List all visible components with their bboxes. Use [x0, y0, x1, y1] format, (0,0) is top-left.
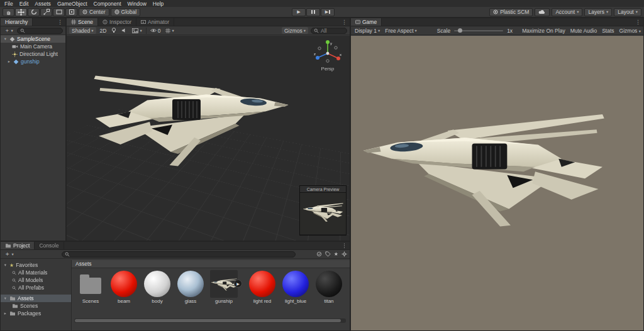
project-search-input[interactable] [62, 251, 296, 258]
tab-hierarchy[interactable]: Hierarchy [1, 18, 33, 26]
hierarchy-item-main-camera[interactable]: Main Camera [1, 43, 65, 50]
scene-lighting-toggle[interactable] [110, 27, 118, 34]
material-sphere-red-icon [249, 271, 275, 297]
hand-icon [6, 9, 11, 15]
tab-project[interactable]: Project [1, 242, 35, 249]
search-by-type-icon[interactable] [316, 251, 322, 257]
game-gizmos-dropdown[interactable]: Gizmos ▾ [619, 28, 641, 34]
pivot-toggle-button[interactable]: Center [79, 8, 109, 16]
game-gizmos-label: Gizmos [619, 28, 638, 34]
foldout-closed-icon[interactable]: ▸ [7, 59, 11, 64]
scene-effects-dropdown[interactable]: ▾ [131, 27, 143, 34]
hierarchy-item-gunship[interactable]: ▸ gunship [1, 58, 65, 65]
foldout-closed-icon[interactable]: ▸ [3, 311, 8, 316]
tab-inspector[interactable]: Inspector [98, 18, 136, 26]
asset-light-blue[interactable]: light_blue [280, 270, 311, 304]
hierarchy-item-scene[interactable]: ▾ SampleScene [1, 35, 65, 43]
menu-item-window[interactable]: Window [125, 1, 150, 7]
2d-toggle-button[interactable]: 2D [99, 27, 108, 34]
asset-scenes[interactable]: Scenes [75, 270, 106, 304]
project-panel-menu-icon[interactable]: ⋮ [339, 242, 350, 249]
scene-tab-icon [71, 19, 76, 24]
scale-tool-button[interactable] [40, 8, 52, 16]
tab-console[interactable]: Console [35, 242, 64, 249]
gear-icon[interactable] [341, 251, 347, 257]
scale-slider[interactable] [454, 30, 503, 31]
horizontal-scrollbar[interactable] [74, 318, 346, 323]
asset-beam[interactable]: beam [109, 270, 139, 304]
expand-subassets-button[interactable]: ▶ [234, 279, 242, 288]
scale-slider-knob[interactable] [458, 28, 462, 33]
step-button[interactable]: ▶ [321, 8, 335, 16]
grid-visibility-dropdown[interactable]: ▾ [164, 27, 175, 34]
plastic-scm-button[interactable]: Plastic SCM [489, 8, 533, 16]
hierarchy-search-input[interactable] [17, 28, 63, 34]
gizmos-dropdown[interactable]: Gizmos ▾ [282, 27, 308, 34]
chevron-down-icon: ▾ [378, 28, 380, 33]
move-tool-button[interactable] [15, 8, 27, 16]
scene-viewport[interactable]: y x z Persp Camera Preview [67, 36, 350, 241]
tree-item-assets[interactable]: ▾ Assets [1, 295, 71, 302]
draw-mode-dropdown[interactable]: Shaded ▾ [69, 27, 96, 34]
projection-mode-label[interactable]: Persp [312, 66, 343, 72]
menu-item-gameobject[interactable]: GameObject [54, 1, 91, 7]
asset-light-red[interactable]: light red [247, 270, 277, 304]
asset-titan[interactable]: titan [314, 270, 344, 304]
asset-body[interactable]: body [142, 270, 172, 304]
menu-item-help[interactable]: Help [150, 1, 167, 7]
display-dropdown[interactable]: Display 1 ▾ [353, 27, 381, 34]
stats-button[interactable]: Stats [602, 28, 614, 34]
menu-item-file[interactable]: File [1, 1, 16, 7]
favorites-all-models[interactable]: All Models [1, 276, 71, 284]
inspector-tab-icon [103, 19, 108, 24]
tab-game[interactable]: Game [351, 18, 382, 26]
breadcrumb[interactable]: Assets [72, 260, 350, 268]
favorites-all-materials[interactable]: All Materials [1, 269, 71, 276]
menu-item-assets[interactable]: Assets [31, 1, 54, 7]
prefab-cube-icon [13, 59, 19, 65]
menu-item-edit[interactable]: Edit [16, 1, 32, 7]
asset-glass[interactable]: glass [175, 270, 206, 304]
favorites-root[interactable]: ▾ ★ Favorites [1, 261, 71, 269]
layout-dropdown[interactable]: Layout ▾ [614, 8, 641, 16]
scene-panel-menu-icon[interactable]: ⋮ [339, 18, 350, 26]
tree-item-scenes[interactable]: Scenes [1, 302, 71, 310]
game-viewport[interactable] [351, 36, 643, 330]
game-panel-menu-icon[interactable]: ⋮ [633, 18, 643, 26]
foldout-open-icon[interactable]: ▾ [3, 36, 8, 41]
layers-dropdown[interactable]: Layers ▾ [584, 8, 612, 16]
chevron-down-icon: ▾ [606, 9, 608, 14]
tab-scene[interactable]: Scene [67, 18, 98, 26]
favorites-all-prefabs[interactable]: All Prefabs [1, 284, 71, 291]
pause-button[interactable] [306, 8, 320, 16]
cloud-button[interactable] [535, 8, 550, 16]
foldout-open-icon[interactable]: ▾ [3, 263, 8, 268]
asset-gunship[interactable]: ▶ gunship [209, 270, 239, 304]
maximize-on-play-button[interactable]: Maximize On Play [522, 28, 565, 34]
scene-audio-toggle[interactable] [120, 27, 128, 34]
hand-tool-button[interactable] [3, 8, 14, 16]
scrollbar-thumb[interactable] [75, 319, 341, 322]
transform-tool-button[interactable] [65, 8, 77, 16]
space-toggle-button[interactable]: Global [111, 8, 141, 16]
favorite-search-star-icon[interactable]: ★ [334, 251, 338, 257]
scene-visibility-toggle[interactable]: 0 [149, 27, 162, 34]
create-asset-button[interactable]: ＋▾ [3, 251, 15, 258]
hierarchy-item-directional-light[interactable]: Directional Light [1, 50, 65, 58]
rotate-tool-button[interactable] [28, 8, 40, 16]
chevron-down-icon: ▾ [140, 28, 142, 33]
tab-animator[interactable]: Animator [136, 18, 174, 26]
play-button[interactable]: ▶ [292, 8, 306, 16]
hierarchy-panel-menu-icon[interactable]: ⋮ [55, 18, 65, 26]
orientation-gizmo[interactable]: y x z Persp [312, 38, 343, 72]
tree-item-packages[interactable]: ▸ Packages [1, 310, 71, 317]
foldout-open-icon[interactable]: ▾ [3, 296, 8, 301]
scene-search-input[interactable]: All [311, 28, 347, 34]
search-by-label-icon[interactable] [325, 251, 331, 257]
account-dropdown[interactable]: Account ▾ [552, 8, 582, 16]
rect-tool-button[interactable] [53, 8, 65, 16]
menu-item-component[interactable]: Component [91, 1, 125, 7]
aspect-dropdown[interactable]: Free Aspect ▾ [384, 27, 418, 34]
create-object-button[interactable]: ＋▾ [3, 27, 14, 34]
mute-audio-button[interactable]: Mute Audio [570, 28, 597, 34]
